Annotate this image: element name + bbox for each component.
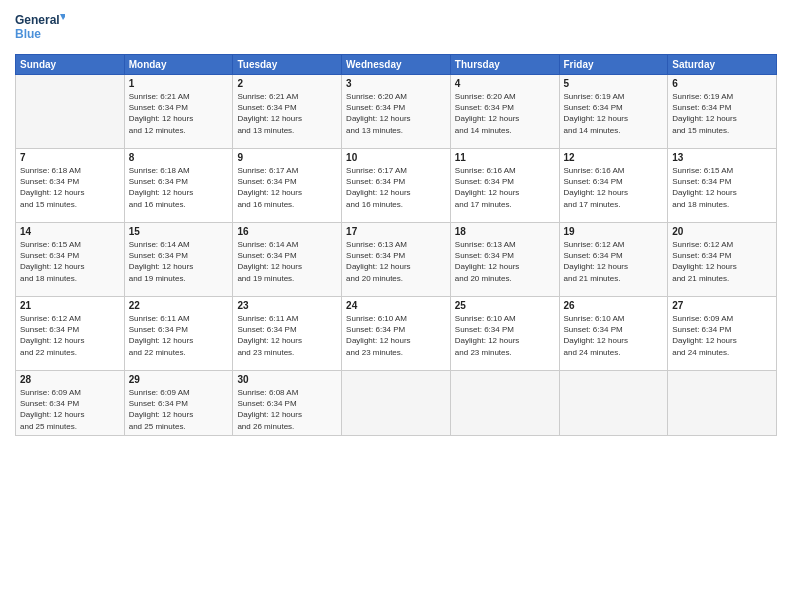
day-number: 6 — [672, 78, 772, 89]
day-info: Sunrise: 6:20 AMSunset: 6:34 PMDaylight:… — [346, 91, 446, 136]
calendar-cell: 12Sunrise: 6:16 AMSunset: 6:34 PMDayligh… — [559, 149, 668, 223]
calendar-cell: 7Sunrise: 6:18 AMSunset: 6:34 PMDaylight… — [16, 149, 125, 223]
day-number: 29 — [129, 374, 229, 385]
day-number: 25 — [455, 300, 555, 311]
header-sunday: Sunday — [16, 55, 125, 75]
header-saturday: Saturday — [668, 55, 777, 75]
header-wednesday: Wednesday — [342, 55, 451, 75]
calendar-cell: 1Sunrise: 6:21 AMSunset: 6:34 PMDaylight… — [124, 75, 233, 149]
calendar-cell — [16, 75, 125, 149]
day-number: 7 — [20, 152, 120, 163]
calendar-cell: 2Sunrise: 6:21 AMSunset: 6:34 PMDaylight… — [233, 75, 342, 149]
day-info: Sunrise: 6:21 AMSunset: 6:34 PMDaylight:… — [237, 91, 337, 136]
day-info: Sunrise: 6:14 AMSunset: 6:34 PMDaylight:… — [129, 239, 229, 284]
day-info: Sunrise: 6:12 AMSunset: 6:34 PMDaylight:… — [564, 239, 664, 284]
day-number: 20 — [672, 226, 772, 237]
day-number: 19 — [564, 226, 664, 237]
calendar-cell: 15Sunrise: 6:14 AMSunset: 6:34 PMDayligh… — [124, 223, 233, 297]
day-info: Sunrise: 6:15 AMSunset: 6:34 PMDaylight:… — [672, 165, 772, 210]
day-number: 15 — [129, 226, 229, 237]
day-number: 12 — [564, 152, 664, 163]
day-number: 21 — [20, 300, 120, 311]
day-number: 27 — [672, 300, 772, 311]
day-info: Sunrise: 6:18 AMSunset: 6:34 PMDaylight:… — [129, 165, 229, 210]
calendar-table: SundayMondayTuesdayWednesdayThursdayFrid… — [15, 54, 777, 436]
day-info: Sunrise: 6:16 AMSunset: 6:34 PMDaylight:… — [455, 165, 555, 210]
day-info: Sunrise: 6:18 AMSunset: 6:34 PMDaylight:… — [20, 165, 120, 210]
day-number: 22 — [129, 300, 229, 311]
day-number: 23 — [237, 300, 337, 311]
svg-text:Blue: Blue — [15, 27, 41, 41]
day-number: 24 — [346, 300, 446, 311]
calendar-cell — [450, 371, 559, 436]
day-info: Sunrise: 6:11 AMSunset: 6:34 PMDaylight:… — [237, 313, 337, 358]
day-info: Sunrise: 6:20 AMSunset: 6:34 PMDaylight:… — [455, 91, 555, 136]
calendar-cell: 30Sunrise: 6:08 AMSunset: 6:34 PMDayligh… — [233, 371, 342, 436]
day-info: Sunrise: 6:09 AMSunset: 6:34 PMDaylight:… — [20, 387, 120, 432]
calendar-cell: 14Sunrise: 6:15 AMSunset: 6:34 PMDayligh… — [16, 223, 125, 297]
calendar-cell: 9Sunrise: 6:17 AMSunset: 6:34 PMDaylight… — [233, 149, 342, 223]
day-info: Sunrise: 6:08 AMSunset: 6:34 PMDaylight:… — [237, 387, 337, 432]
header-friday: Friday — [559, 55, 668, 75]
calendar-cell: 3Sunrise: 6:20 AMSunset: 6:34 PMDaylight… — [342, 75, 451, 149]
day-number: 11 — [455, 152, 555, 163]
day-info: Sunrise: 6:12 AMSunset: 6:34 PMDaylight:… — [672, 239, 772, 284]
header-tuesday: Tuesday — [233, 55, 342, 75]
day-info: Sunrise: 6:19 AMSunset: 6:34 PMDaylight:… — [564, 91, 664, 136]
calendar-cell: 10Sunrise: 6:17 AMSunset: 6:34 PMDayligh… — [342, 149, 451, 223]
day-info: Sunrise: 6:10 AMSunset: 6:34 PMDaylight:… — [346, 313, 446, 358]
day-info: Sunrise: 6:10 AMSunset: 6:34 PMDaylight:… — [455, 313, 555, 358]
day-info: Sunrise: 6:11 AMSunset: 6:34 PMDaylight:… — [129, 313, 229, 358]
day-number: 10 — [346, 152, 446, 163]
day-info: Sunrise: 6:12 AMSunset: 6:34 PMDaylight:… — [20, 313, 120, 358]
day-number: 2 — [237, 78, 337, 89]
day-number: 30 — [237, 374, 337, 385]
day-info: Sunrise: 6:21 AMSunset: 6:34 PMDaylight:… — [129, 91, 229, 136]
page-header: General Blue — [15, 10, 777, 46]
day-number: 17 — [346, 226, 446, 237]
day-info: Sunrise: 6:19 AMSunset: 6:34 PMDaylight:… — [672, 91, 772, 136]
header-monday: Monday — [124, 55, 233, 75]
calendar-cell: 28Sunrise: 6:09 AMSunset: 6:34 PMDayligh… — [16, 371, 125, 436]
day-info: Sunrise: 6:14 AMSunset: 6:34 PMDaylight:… — [237, 239, 337, 284]
calendar-cell: 24Sunrise: 6:10 AMSunset: 6:34 PMDayligh… — [342, 297, 451, 371]
calendar-cell: 4Sunrise: 6:20 AMSunset: 6:34 PMDaylight… — [450, 75, 559, 149]
calendar-cell: 23Sunrise: 6:11 AMSunset: 6:34 PMDayligh… — [233, 297, 342, 371]
calendar-cell: 13Sunrise: 6:15 AMSunset: 6:34 PMDayligh… — [668, 149, 777, 223]
day-info: Sunrise: 6:09 AMSunset: 6:34 PMDaylight:… — [129, 387, 229, 432]
day-number: 4 — [455, 78, 555, 89]
day-number: 14 — [20, 226, 120, 237]
day-number: 9 — [237, 152, 337, 163]
calendar-cell: 29Sunrise: 6:09 AMSunset: 6:34 PMDayligh… — [124, 371, 233, 436]
calendar-cell: 11Sunrise: 6:16 AMSunset: 6:34 PMDayligh… — [450, 149, 559, 223]
calendar-cell: 17Sunrise: 6:13 AMSunset: 6:34 PMDayligh… — [342, 223, 451, 297]
day-info: Sunrise: 6:13 AMSunset: 6:34 PMDaylight:… — [346, 239, 446, 284]
day-number: 16 — [237, 226, 337, 237]
day-info: Sunrise: 6:17 AMSunset: 6:34 PMDaylight:… — [346, 165, 446, 210]
day-number: 28 — [20, 374, 120, 385]
calendar-cell — [668, 371, 777, 436]
calendar-header-row: SundayMondayTuesdayWednesdayThursdayFrid… — [16, 55, 777, 75]
header-thursday: Thursday — [450, 55, 559, 75]
day-info: Sunrise: 6:09 AMSunset: 6:34 PMDaylight:… — [672, 313, 772, 358]
calendar-cell: 6Sunrise: 6:19 AMSunset: 6:34 PMDaylight… — [668, 75, 777, 149]
day-number: 5 — [564, 78, 664, 89]
calendar-cell — [559, 371, 668, 436]
calendar-cell: 18Sunrise: 6:13 AMSunset: 6:34 PMDayligh… — [450, 223, 559, 297]
logo-svg: General Blue — [15, 10, 65, 46]
calendar-cell: 8Sunrise: 6:18 AMSunset: 6:34 PMDaylight… — [124, 149, 233, 223]
day-number: 3 — [346, 78, 446, 89]
day-info: Sunrise: 6:17 AMSunset: 6:34 PMDaylight:… — [237, 165, 337, 210]
calendar-cell — [342, 371, 451, 436]
day-number: 8 — [129, 152, 229, 163]
day-info: Sunrise: 6:10 AMSunset: 6:34 PMDaylight:… — [564, 313, 664, 358]
calendar-cell: 25Sunrise: 6:10 AMSunset: 6:34 PMDayligh… — [450, 297, 559, 371]
day-info: Sunrise: 6:15 AMSunset: 6:34 PMDaylight:… — [20, 239, 120, 284]
svg-marker-2 — [60, 14, 65, 20]
day-number: 18 — [455, 226, 555, 237]
logo: General Blue — [15, 10, 65, 46]
day-number: 13 — [672, 152, 772, 163]
day-info: Sunrise: 6:13 AMSunset: 6:34 PMDaylight:… — [455, 239, 555, 284]
calendar-cell: 22Sunrise: 6:11 AMSunset: 6:34 PMDayligh… — [124, 297, 233, 371]
calendar-cell: 27Sunrise: 6:09 AMSunset: 6:34 PMDayligh… — [668, 297, 777, 371]
